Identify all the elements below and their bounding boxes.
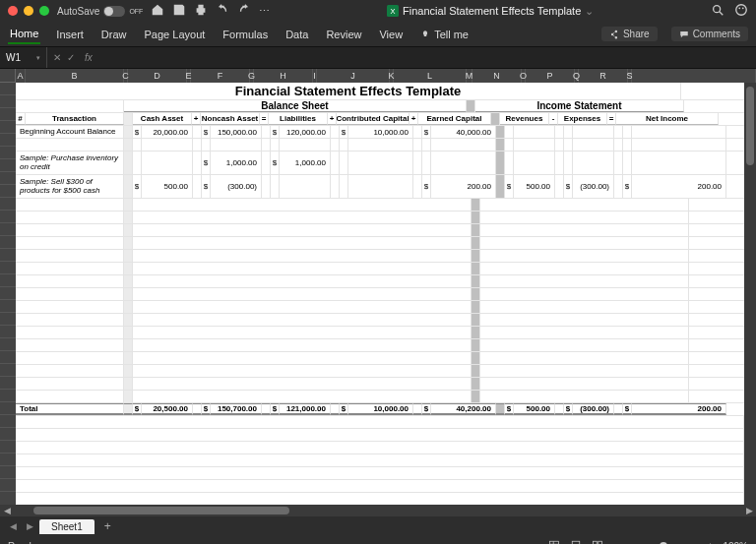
cell[interactable] xyxy=(480,288,689,300)
row-header[interactable] xyxy=(0,185,16,198)
row-header[interactable] xyxy=(0,415,16,428)
cell[interactable] xyxy=(271,139,280,151)
cell[interactable] xyxy=(496,175,505,198)
cell[interactable] xyxy=(16,314,124,326)
cell[interactable] xyxy=(413,175,422,198)
cell[interactable] xyxy=(16,416,744,428)
cell[interactable]: = xyxy=(260,113,269,125)
cell[interactable]: 150,000.00 xyxy=(211,126,262,138)
cell[interactable] xyxy=(348,139,413,151)
cell[interactable] xyxy=(472,391,480,402)
row-header[interactable] xyxy=(0,108,16,121)
cell[interactable] xyxy=(133,352,472,364)
cell[interactable] xyxy=(472,365,480,377)
cell[interactable]: $ xyxy=(202,126,211,138)
cell[interactable] xyxy=(472,301,480,313)
sheet-tab-sheet1[interactable]: Sheet1 xyxy=(39,519,94,534)
cell[interactable] xyxy=(133,237,472,249)
cell[interactable] xyxy=(124,212,133,223)
cell[interactable] xyxy=(472,339,480,351)
cell[interactable] xyxy=(124,301,133,313)
row-header[interactable] xyxy=(0,274,16,287)
cell[interactable] xyxy=(505,126,514,138)
cell[interactable]: Contributed Capital xyxy=(337,113,410,125)
cell[interactable]: + xyxy=(328,113,337,125)
cell[interactable] xyxy=(133,199,472,211)
cell[interactable] xyxy=(262,126,271,138)
cell[interactable] xyxy=(16,378,124,390)
cell[interactable]: 200.00 xyxy=(632,403,726,415)
cell[interactable] xyxy=(271,175,280,198)
cell[interactable] xyxy=(16,467,744,479)
cell[interactable] xyxy=(514,126,555,138)
cell[interactable]: Beginning Account Balance xyxy=(16,126,124,138)
column-header[interactable]: R xyxy=(579,69,628,83)
cell[interactable]: $ xyxy=(133,126,142,138)
cell[interactable]: Balance Sheet xyxy=(124,100,467,112)
cell[interactable] xyxy=(480,301,689,313)
cell[interactable] xyxy=(413,403,422,415)
cell[interactable]: $ xyxy=(564,175,573,198)
cell[interactable] xyxy=(340,151,348,174)
confirm-icon[interactable]: ✓ xyxy=(67,52,75,63)
cell[interactable]: $ xyxy=(505,403,514,415)
cell[interactable] xyxy=(614,126,623,138)
cell[interactable] xyxy=(133,339,472,351)
cell[interactable] xyxy=(422,139,431,151)
cell[interactable] xyxy=(472,199,480,211)
print-icon[interactable] xyxy=(194,3,208,19)
vertical-scroll-thumb[interactable] xyxy=(746,87,754,165)
home-icon[interactable] xyxy=(151,3,164,19)
cell[interactable]: 1,000.00 xyxy=(280,151,331,174)
cell[interactable]: 200.00 xyxy=(632,175,726,198)
cell[interactable] xyxy=(16,212,124,223)
cell[interactable] xyxy=(555,403,564,415)
cell[interactable] xyxy=(632,139,726,151)
tab-view[interactable]: View xyxy=(377,26,405,43)
cell[interactable] xyxy=(124,250,133,262)
formula-input[interactable] xyxy=(98,47,756,68)
cell[interactable] xyxy=(124,275,133,287)
horizontal-scrollbar[interactable]: ◀ ▶ xyxy=(0,505,756,516)
cell[interactable] xyxy=(614,151,623,174)
row-header[interactable] xyxy=(0,121,16,134)
row-header[interactable] xyxy=(0,390,16,402)
cell[interactable] xyxy=(280,175,331,198)
tab-home[interactable]: Home xyxy=(8,25,40,44)
cell[interactable] xyxy=(124,378,133,390)
cell[interactable]: 40,000.00 xyxy=(431,126,496,138)
cell[interactable]: 20,000.00 xyxy=(142,126,193,138)
cell[interactable]: Cash Asset xyxy=(133,113,192,125)
cell[interactable] xyxy=(124,391,133,402)
share-button[interactable]: Share xyxy=(601,27,658,41)
cell[interactable]: 200.00 xyxy=(431,175,496,198)
cell[interactable] xyxy=(262,139,271,151)
zoom-level[interactable]: 100% xyxy=(723,541,748,545)
cell[interactable] xyxy=(496,151,505,174)
cell[interactable]: Income Statement xyxy=(475,100,684,112)
page-layout-view-icon[interactable] xyxy=(570,539,582,544)
cell-grid[interactable]: Financial Statement Effects TemplateBala… xyxy=(16,83,756,505)
tab-page-layout[interactable]: Page Layout xyxy=(143,26,208,43)
cell[interactable] xyxy=(472,378,480,390)
row-header[interactable] xyxy=(0,326,16,338)
cell[interactable] xyxy=(480,391,689,402)
cell[interactable] xyxy=(16,100,124,112)
cell[interactable]: 120,000.00 xyxy=(280,126,331,138)
column-header[interactable]: L xyxy=(394,69,467,83)
row-header[interactable] xyxy=(0,223,16,236)
row-header[interactable] xyxy=(0,313,16,326)
cell[interactable] xyxy=(472,288,480,300)
cell[interactable] xyxy=(16,139,124,151)
row-header[interactable] xyxy=(0,211,16,223)
cell[interactable] xyxy=(16,250,124,262)
maximize-icon[interactable] xyxy=(39,6,49,16)
cell[interactable]: $ xyxy=(202,151,211,174)
cell[interactable] xyxy=(472,275,480,287)
cell[interactable]: Transaction xyxy=(26,113,124,125)
cell[interactable]: Sample: Sell $300 of products for $500 c… xyxy=(16,175,124,198)
column-header[interactable]: N xyxy=(472,69,522,83)
cell[interactable]: Noncash Asset xyxy=(201,113,260,125)
cell[interactable] xyxy=(348,175,413,198)
cell[interactable] xyxy=(124,224,133,236)
